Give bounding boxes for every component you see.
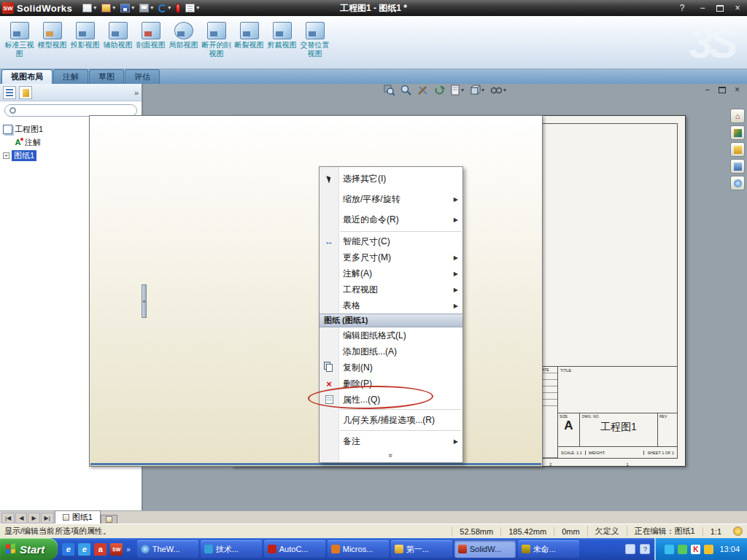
redraw-button[interactable] xyxy=(434,85,445,96)
panel-expand-icon[interactable]: » xyxy=(134,88,139,97)
menu-item-label: 编辑图纸格式(L) xyxy=(343,330,406,342)
zoom-to-area-button[interactable] xyxy=(400,85,411,96)
menu-item-relations-snaps-options[interactable]: 几何关系/捕捉选项...(R) xyxy=(320,411,462,429)
print-button[interactable]: ▾ xyxy=(139,4,153,12)
view-palette-icon[interactable] xyxy=(730,159,745,174)
menu-item-add-sheet[interactable]: 添加图纸...(A) xyxy=(320,343,462,359)
first-sheet-button[interactable]: |◀ xyxy=(1,513,15,524)
rebuild-button[interactable] xyxy=(176,4,180,13)
close-button[interactable]: × xyxy=(731,3,744,13)
menu-item-label: 表格 xyxy=(343,300,360,312)
doc-restore-button[interactable] xyxy=(719,87,726,93)
sheet-tab-sheet1[interactable]: 图纸1 xyxy=(55,510,101,524)
tree-item-sheet1[interactable]: + 图纸1 xyxy=(1,149,140,162)
tab-evaluate[interactable]: 评估 xyxy=(125,69,160,84)
task-label: 第一... xyxy=(406,544,429,555)
propertymanager-tab-icon[interactable] xyxy=(19,86,32,99)
help-mini-icon[interactable]: ? xyxy=(640,544,650,554)
save-button[interactable]: ▾ xyxy=(120,4,134,12)
tray-network-icon[interactable] xyxy=(665,545,674,554)
file-explorer-icon[interactable] xyxy=(730,142,745,157)
task-pane: ⌂ xyxy=(730,109,746,190)
tray-antivirus-icon[interactable]: K xyxy=(691,545,700,554)
task-button-microsoft[interactable]: Micros... xyxy=(328,540,389,558)
task-button-web[interactable]: TheW... xyxy=(137,540,198,558)
new-document-button[interactable]: ▾ xyxy=(82,4,96,12)
menu-item-smart-dimension[interactable]: ↔ 智能尺寸(C) xyxy=(320,233,462,249)
task-button-tech[interactable]: 技术... xyxy=(201,540,262,558)
view-settings-button[interactable]: ▾ xyxy=(451,85,464,96)
solidworks-logo-icon: SW xyxy=(2,2,14,14)
menu-item-delete[interactable]: × 删除(P) xyxy=(320,376,462,392)
panel-collapse-splitter[interactable]: « xyxy=(142,284,147,318)
menu-item-edit-sheet-format[interactable]: 编辑图纸格式(L) xyxy=(320,327,462,343)
tab-view-layout[interactable]: 视图布局 xyxy=(1,69,53,84)
browser-quicklaunch-icon[interactable]: e xyxy=(78,543,90,556)
detail-view-button[interactable]: 局部视图 xyxy=(167,18,200,67)
model-view-button[interactable]: 模型视图 xyxy=(36,18,69,67)
resources-home-icon[interactable]: ⌂ xyxy=(730,109,745,123)
standard-3-view-button[interactable]: 标准三视图 xyxy=(3,18,36,67)
maximize-button[interactable] xyxy=(716,5,724,12)
menu-item-more-dimensions[interactable]: 更多尺寸(M) ▶ xyxy=(320,249,462,265)
mail-quicklaunch-icon[interactable]: a xyxy=(94,543,107,556)
zoom-to-fit-button[interactable] xyxy=(384,85,395,96)
menu-item-drawing-views[interactable]: 工程视图 ▶ xyxy=(320,281,462,298)
task-button-autocad[interactable]: AutoC... xyxy=(264,540,325,558)
crop-view-button[interactable]: 剪裁视图 xyxy=(266,18,298,67)
add-sheet-tab[interactable] xyxy=(101,515,117,524)
menu-item-comment[interactable]: 备注 ▶ xyxy=(320,432,462,450)
tray-messenger-icon[interactable] xyxy=(678,545,687,554)
menu-item-properties[interactable]: 属性...(Q) xyxy=(320,392,462,408)
clock[interactable]: 13:04 xyxy=(719,545,740,553)
menu-expand-chevron[interactable]: » xyxy=(320,450,462,461)
tab-sketch[interactable]: 草图 xyxy=(89,69,124,84)
solidworks-forum-icon[interactable] xyxy=(730,176,745,190)
next-sheet-button[interactable]: ▶ xyxy=(28,513,39,524)
ie-quicklaunch-icon[interactable]: e xyxy=(62,543,74,556)
design-library-icon[interactable] xyxy=(730,125,745,140)
definition-state: 欠定义 xyxy=(587,526,627,537)
task-button-solidworks[interactable]: SolidW... xyxy=(454,540,516,558)
task-button-untitled[interactable]: 未命... xyxy=(518,540,579,558)
task-button-folder[interactable]: 第一... xyxy=(391,540,452,558)
button-label: 标准三视图 xyxy=(4,41,35,58)
minimize-button[interactable]: − xyxy=(696,3,709,13)
last-sheet-button[interactable]: ▶| xyxy=(41,513,54,524)
start-button[interactable]: Start xyxy=(0,538,58,560)
expand-plus-icon[interactable]: + xyxy=(3,152,9,159)
auxiliary-view-button[interactable]: 辅助视图 xyxy=(101,18,134,67)
menu-item-zoom-pan-rotate[interactable]: 缩放/平移/旋转 ▶ xyxy=(320,189,462,209)
undo-button[interactable]: ▾ xyxy=(158,4,171,12)
status-tag-icon[interactable] xyxy=(733,526,743,536)
tab-annotation[interactable]: 注解 xyxy=(53,69,88,84)
menu-item-select-other[interactable]: 选择其它(I) xyxy=(320,168,462,189)
help-button[interactable]: ? xyxy=(676,3,689,13)
view-sketch-button[interactable] xyxy=(417,85,428,96)
prev-sheet-button[interactable]: ◀ xyxy=(15,513,27,524)
hide-show-items-button[interactable]: ▾ xyxy=(490,85,506,95)
menu-item-copy[interactable]: 复制(N) xyxy=(320,359,462,376)
solidworks-quicklaunch-icon[interactable]: SW xyxy=(110,543,123,556)
save-icon xyxy=(120,4,130,12)
break-view-button[interactable]: 断裂视图 xyxy=(233,18,266,67)
menu-item-recent-commands[interactable]: 最近的命令(R) ▶ xyxy=(320,209,462,230)
doc-minimize-button[interactable]: − xyxy=(705,85,710,95)
projected-view-button[interactable]: 投影视图 xyxy=(69,18,101,67)
section-view-button[interactable]: 剖面视图 xyxy=(134,18,167,67)
display-style-button[interactable]: ▾ xyxy=(470,85,484,96)
featuremanager-tab-icon[interactable] xyxy=(3,86,16,99)
size-cell: SIZE A xyxy=(558,413,580,446)
open-button[interactable]: ▾ xyxy=(101,4,115,12)
menu-item-label: 删除(P) xyxy=(343,378,372,390)
submenu-arrow-icon: ▶ xyxy=(454,271,458,277)
menu-item-annotations[interactable]: 注解(A) ▶ xyxy=(320,265,462,281)
broken-out-section-button[interactable]: 断开的剖视图 xyxy=(200,18,233,67)
quicklaunch-overflow-icon[interactable]: » xyxy=(126,545,131,553)
doc-close-button[interactable]: × xyxy=(735,85,740,95)
window-mini-icon[interactable] xyxy=(625,544,635,554)
tray-input-method-icon[interactable] xyxy=(704,545,713,554)
alternate-position-view-button[interactable]: 交替位置视图 xyxy=(298,18,331,67)
menu-item-tables[interactable]: 表格 ▶ xyxy=(320,298,462,314)
options-button[interactable]: ▾ xyxy=(185,4,199,12)
